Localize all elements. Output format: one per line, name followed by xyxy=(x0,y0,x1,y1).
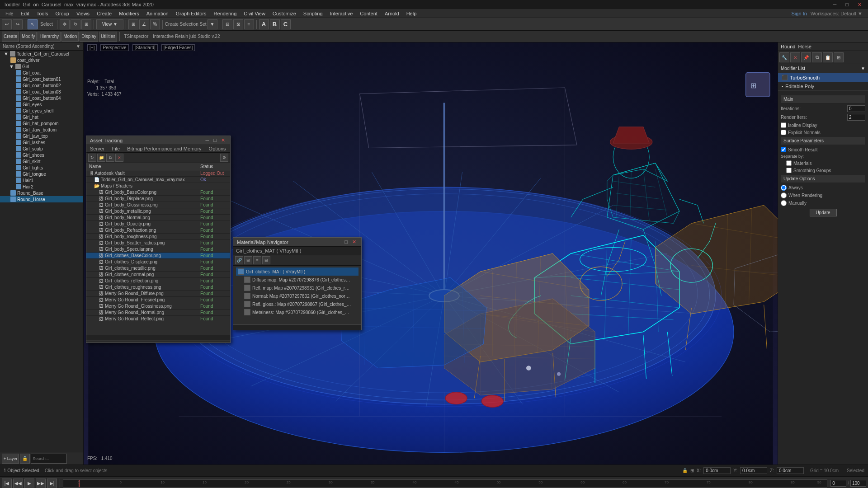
total-frames-input[interactable] xyxy=(850,480,866,487)
tree-item-girl-jaw-bottom[interactable]: Girl_Jaw_bottom xyxy=(0,127,83,133)
at-hscroll[interactable] xyxy=(86,335,230,340)
menu-help[interactable]: Help xyxy=(403,10,420,17)
menu-civil-view[interactable]: Civil View xyxy=(240,10,269,17)
at-maximize-btn[interactable]: □ xyxy=(212,137,218,143)
at-row-name-14[interactable]: 🖼 Girl_clothes_Displace.png xyxy=(86,259,198,265)
display-tab[interactable]: Display xyxy=(80,32,98,42)
tree-item-girl-coat-btn01[interactable]: Girl_coat_button01 xyxy=(0,76,83,82)
mn-maximize-btn[interactable]: □ xyxy=(343,239,349,245)
iterations-input[interactable] xyxy=(847,105,865,112)
main-section-header[interactable]: Main xyxy=(781,95,865,103)
grid-snap-icon[interactable]: ⊞ xyxy=(690,468,694,473)
at-row-name-12[interactable]: 🖼 Girl_body_Specular.png xyxy=(86,246,198,253)
mn-btn1[interactable]: 🔗 xyxy=(235,256,243,264)
at-menu-options[interactable]: Options xyxy=(205,145,230,152)
pin-btn[interactable]: 📌 xyxy=(801,52,811,62)
current-frame-input[interactable] xyxy=(830,480,846,487)
render-material[interactable]: C xyxy=(281,19,291,29)
at-row-name-2[interactable]: 📂 Maps / Shaders xyxy=(86,183,198,189)
vp-standard-btn[interactable]: [Standard] xyxy=(132,44,158,51)
mn-item-1[interactable]: Diffuse map: Map #20707298876 (Girl_clot… xyxy=(236,276,359,284)
tree-item-hair2[interactable]: Hair2 xyxy=(0,183,83,190)
motion-tab[interactable]: Motion xyxy=(61,32,79,42)
menu-file[interactable]: File xyxy=(2,10,17,17)
reference-coord-dropdown[interactable]: View ▼ xyxy=(96,19,123,29)
menu-rendering[interactable]: Rendering xyxy=(210,10,241,17)
menu-edit[interactable]: Edit xyxy=(17,10,33,17)
at-row-name-11[interactable]: 🖼 Girl_body_Scatter_radius.png xyxy=(86,240,198,246)
menu-arnold[interactable]: Arnold xyxy=(381,10,403,17)
tree-item-girl-tights[interactable]: Girl_tights xyxy=(0,164,83,171)
vp-edged-faces-btn[interactable]: [Edged Faces] xyxy=(161,44,195,51)
rotate-button[interactable]: ↻ xyxy=(71,19,80,29)
tree-item-girl-scalp[interactable]: Girl_scalp xyxy=(0,145,83,152)
at-row-name-23[interactable]: 🖼 Merry Go Round_Reflect.png xyxy=(86,316,198,322)
at-row-name-0[interactable]: 🗄 Autodesk Vault xyxy=(86,170,198,177)
redo-button[interactable]: ↪ xyxy=(13,19,23,29)
mn-titlebar[interactable]: Material/Map Navigator ─ □ ✕ xyxy=(233,238,361,247)
render-setup[interactable]: A xyxy=(259,19,269,29)
y-field[interactable] xyxy=(740,467,767,474)
always-radio[interactable] xyxy=(781,185,787,191)
mn-minimize-btn[interactable]: ─ xyxy=(335,239,342,245)
at-scroll-area[interactable]: Name Status 🗄 Autodesk VaultLogged Out 📄… xyxy=(86,163,230,335)
tree-item-girl[interactable]: ▼ Girl xyxy=(0,63,83,70)
mn-scroll-area[interactable]: Girl_clothes_MAT ( VRayMtl )Diffuse map:… xyxy=(233,266,361,324)
at-row-name-1[interactable]: 📄 Toddler_Girl_on_Carousel_max_vray.max xyxy=(86,177,198,183)
at-row-name-10[interactable]: 🖼 Girl_body_roughness.png xyxy=(86,234,198,240)
modifier-editable-poly[interactable]: ▪ Editable Poly xyxy=(778,82,868,91)
at-row-name-8[interactable]: 🖼 Girl_body_Opacity.png xyxy=(86,221,198,227)
menu-create[interactable]: Create xyxy=(93,10,115,17)
at-row-name-7[interactable]: 🖼 Girl_body_Normal.png xyxy=(86,215,198,221)
tree-item-girl-lashes[interactable]: Girl_lashes xyxy=(0,139,83,145)
manually-radio[interactable] xyxy=(781,200,787,206)
vp-perspective-btn[interactable]: Perspective xyxy=(100,44,128,51)
modifier-turbsmooth[interactable]: ⬛ TurboSmooth xyxy=(778,73,868,82)
menu-graph-editors[interactable]: Graph Editors xyxy=(172,10,210,17)
at-row-name-9[interactable]: 🖼 Girl_body_Refraction.png xyxy=(86,227,198,234)
create-tab[interactable]: Create xyxy=(2,32,19,42)
tree-item-round-horse[interactable]: Round_Horse xyxy=(0,196,83,202)
tree-item-girl-skirt[interactable]: Girl_skirt xyxy=(0,158,83,164)
modify-tab[interactable]: Modify xyxy=(20,32,37,42)
menu-scripting[interactable]: Scripting xyxy=(300,10,326,17)
at-row-name-4[interactable]: 🖼 Girl_body_Displace.png xyxy=(86,196,198,202)
mn-btn3[interactable]: ≡ xyxy=(253,256,261,264)
timeline-track[interactable]: 0 5 10 15 20 25 30 35 40 45 50 55 60 65 … xyxy=(63,479,827,488)
modify-icon-btn[interactable]: 🔧 xyxy=(779,52,789,62)
surface-section-header[interactable]: Surface Parameters xyxy=(781,137,865,145)
hierarchy-tab[interactable]: Hierarchy xyxy=(38,32,61,42)
when-rendering-radio[interactable] xyxy=(781,192,787,198)
at-row-name-18[interactable]: 🖼 Girl_clothes_roughness.png xyxy=(86,284,198,291)
del-btn[interactable]: ✕ xyxy=(790,52,800,62)
tree-item-girl-hat[interactable]: Girl_hat xyxy=(0,114,83,120)
tree-item-hair1[interactable]: Hair1 xyxy=(0,177,83,183)
explicit-normals-checkbox[interactable] xyxy=(781,130,786,135)
at-menu-server[interactable]: Server xyxy=(86,145,108,152)
utilities-tab[interactable]: Utilities xyxy=(99,32,117,42)
tree-item-girl-eyes[interactable]: Girl_eyes xyxy=(0,101,83,108)
tree-item-girl-tongue[interactable]: Girl_tongue xyxy=(0,171,83,177)
z-field[interactable] xyxy=(777,467,804,474)
lock-btn[interactable]: 🔒 xyxy=(20,454,30,464)
tree-item-girl-coat-btn02[interactable]: Girl_coat_button02 xyxy=(0,82,83,89)
update-button[interactable]: Update xyxy=(810,209,837,216)
mn-item-0[interactable]: Girl_clothes_MAT ( VRayMtl ) xyxy=(236,267,359,276)
at-close-btn[interactable]: ✕ xyxy=(220,137,226,143)
paste-btn[interactable]: 📋 xyxy=(823,52,833,62)
at-row-name-21[interactable]: 🖼 Merry Go Round_Glossiness.png xyxy=(86,303,198,310)
tree-item-round-base[interactable]: Round_Base xyxy=(0,190,83,196)
at-menu-bitmap[interactable]: Bitmap Performance and Memory xyxy=(123,145,205,152)
mn-btn4[interactable]: ⊟ xyxy=(262,256,270,264)
render-iters-input[interactable] xyxy=(847,114,865,121)
end-frame-btn[interactable]: ▶| xyxy=(47,479,57,488)
mn-btn2[interactable]: ⊞ xyxy=(244,256,252,264)
snap-percent[interactable]: % xyxy=(150,19,160,29)
at-row-name-22[interactable]: 🖼 Merry Go Round_Normal.png xyxy=(86,310,198,316)
mn-item-2[interactable]: Refl. map: Map #20707298931 (Girl_clothe… xyxy=(236,284,359,292)
sign-in-button[interactable]: Sign In xyxy=(792,11,807,16)
at-row-name-19[interactable]: 🖼 Merry Go Round_Diffuse.png xyxy=(86,291,198,297)
play-btn[interactable]: ▶ xyxy=(24,479,34,488)
tree-item-girl-jaw-top[interactable]: Girl_jaw_top xyxy=(0,133,83,139)
scale-button[interactable]: ⊞ xyxy=(81,19,91,29)
